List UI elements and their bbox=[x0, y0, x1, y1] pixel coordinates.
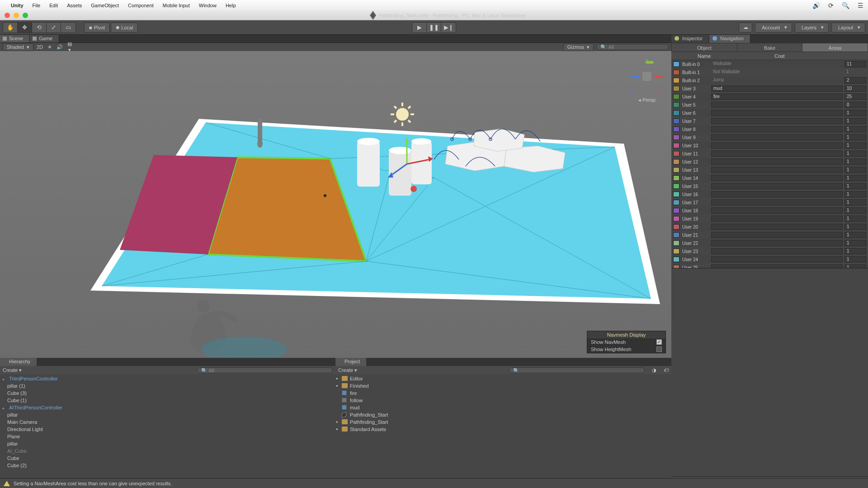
area-color-swatch[interactable] bbox=[673, 216, 679, 221]
area-cost-input[interactable]: 10 bbox=[844, 85, 866, 92]
area-name-input[interactable] bbox=[711, 102, 843, 108]
pause-button-icon[interactable]: ❚❚ bbox=[427, 23, 441, 33]
area-name-input[interactable] bbox=[711, 232, 843, 238]
play-button-icon[interactable]: ▶ bbox=[412, 23, 427, 33]
area-name-input[interactable] bbox=[711, 175, 843, 181]
scene-search-input[interactable]: 🔍 All bbox=[596, 44, 669, 50]
area-cost-input[interactable]: 1 bbox=[844, 159, 866, 165]
gizmos-dropdown[interactable]: Gizmos ▾ bbox=[563, 43, 594, 51]
rect-tool-icon[interactable]: ▭ bbox=[61, 23, 75, 33]
area-name-input[interactable] bbox=[711, 207, 843, 214]
area-color-swatch[interactable] bbox=[673, 232, 679, 238]
area-cost-input[interactable]: 1 bbox=[844, 69, 866, 75]
tab-game[interactable]: Game bbox=[30, 35, 59, 42]
move-tool-icon[interactable]: ✥ bbox=[18, 23, 32, 33]
area-color-swatch[interactable] bbox=[673, 183, 679, 189]
project-item[interactable]: mud bbox=[340, 404, 671, 411]
scene-viewport[interactable]: y zx ◂ Persp Navmesh Display Show NavMes… bbox=[0, 51, 671, 358]
menu-gameobject[interactable]: GameObject bbox=[91, 3, 119, 8]
show-navmesh-checkbox[interactable]: ✓ bbox=[656, 339, 662, 345]
area-name-input[interactable] bbox=[711, 126, 843, 132]
menu-component[interactable]: Component bbox=[128, 3, 154, 8]
area-color-swatch[interactable] bbox=[673, 192, 679, 197]
menu-file[interactable]: File bbox=[33, 3, 41, 8]
area-color-swatch[interactable] bbox=[673, 151, 679, 156]
area-color-swatch[interactable] bbox=[673, 167, 679, 173]
area-color-swatch[interactable] bbox=[673, 61, 679, 67]
area-color-swatch[interactable] bbox=[673, 102, 679, 108]
area-color-swatch[interactable] bbox=[673, 240, 679, 246]
project-list[interactable]: EditorFinishedfirefollowmudPathfinding_S… bbox=[335, 374, 671, 478]
orientation-gizmo[interactable]: y zx ◂ Persp bbox=[629, 57, 665, 103]
nav-areas-tab[interactable]: Areas bbox=[802, 43, 868, 52]
area-name-input[interactable] bbox=[711, 159, 843, 165]
area-color-swatch[interactable] bbox=[673, 159, 679, 164]
hierarchy-item[interactable]: Cube (3) bbox=[0, 389, 335, 397]
area-name-input[interactable] bbox=[711, 110, 843, 116]
area-name-input[interactable]: fire bbox=[711, 94, 843, 100]
hierarchy-item[interactable]: pillar bbox=[0, 440, 335, 447]
menu-app[interactable]: Unity bbox=[11, 3, 24, 8]
area-name-input[interactable] bbox=[711, 183, 843, 189]
area-name-input[interactable] bbox=[711, 224, 843, 230]
area-color-swatch[interactable] bbox=[673, 135, 679, 140]
area-cost-input[interactable]: 1 bbox=[844, 199, 866, 206]
area-cost-input[interactable]: 1 bbox=[844, 232, 866, 238]
account-dropdown[interactable]: Account ▾ bbox=[755, 23, 792, 33]
area-cost-input[interactable]: 1 bbox=[844, 134, 866, 141]
area-cost-input[interactable]: 25 bbox=[844, 94, 866, 100]
layers-dropdown[interactable]: Layers ▾ bbox=[795, 23, 829, 33]
project-item[interactable]: fire bbox=[340, 389, 671, 397]
area-name-input[interactable]: mud bbox=[711, 85, 843, 92]
area-cost-input[interactable]: 1 bbox=[844, 216, 866, 222]
area-name-input[interactable] bbox=[711, 191, 843, 197]
scale-tool-icon[interactable]: ⤢ bbox=[47, 23, 61, 33]
area-name-input[interactable] bbox=[711, 240, 843, 246]
area-cost-input[interactable]: 1 bbox=[844, 175, 866, 181]
area-name-input[interactable] bbox=[711, 118, 843, 124]
area-cost-input[interactable]: 1 bbox=[844, 167, 866, 173]
area-color-swatch[interactable] bbox=[673, 175, 679, 181]
area-cost-input[interactable]: 1 bbox=[844, 191, 866, 197]
hierarchy-item[interactable]: pillar bbox=[0, 411, 335, 418]
area-name-input[interactable] bbox=[711, 150, 843, 157]
tab-navigation[interactable]: Navigation bbox=[709, 35, 750, 43]
area-name-input[interactable] bbox=[711, 167, 843, 173]
area-name-input[interactable] bbox=[711, 142, 843, 149]
search-icon[interactable]: 🔍 bbox=[842, 2, 849, 9]
area-cost-input[interactable]: 2 bbox=[844, 77, 866, 84]
area-color-swatch[interactable] bbox=[673, 224, 679, 230]
menu-assets[interactable]: Assets bbox=[67, 3, 82, 8]
area-color-swatch[interactable] bbox=[673, 265, 679, 268]
hierarchy-item[interactable]: Directional Light bbox=[0, 426, 335, 433]
area-color-swatch[interactable] bbox=[673, 110, 679, 116]
area-cost-input[interactable]: 1 bbox=[844, 118, 866, 124]
tab-inspector[interactable]: Inspector bbox=[671, 35, 709, 43]
area-cost-input[interactable]: 0 bbox=[844, 102, 866, 108]
area-color-swatch[interactable] bbox=[673, 208, 679, 213]
nav-object-tab[interactable]: Object bbox=[671, 43, 737, 52]
toggle-light-icon[interactable]: ☀ bbox=[46, 44, 53, 50]
area-cost-input[interactable]: 1 bbox=[844, 150, 866, 157]
area-color-swatch[interactable] bbox=[673, 86, 679, 91]
hierarchy-item[interactable]: AI_Cube bbox=[0, 447, 335, 455]
area-name-input[interactable] bbox=[711, 199, 843, 206]
project-item[interactable]: Finished bbox=[340, 382, 671, 389]
pivot-toggle[interactable]: ■ Pivot bbox=[84, 23, 110, 33]
step-button-icon[interactable]: ▶❙ bbox=[441, 23, 456, 33]
area-color-swatch[interactable] bbox=[673, 94, 679, 99]
hierarchy-create[interactable]: Create ▾ bbox=[3, 367, 22, 373]
hierarchy-item[interactable]: Cube (2) bbox=[0, 462, 335, 469]
area-color-swatch[interactable] bbox=[673, 118, 679, 124]
area-color-swatch[interactable] bbox=[673, 70, 679, 75]
project-label-icon[interactable]: 🏷 bbox=[664, 367, 669, 373]
toggle-2d[interactable]: 2D bbox=[36, 44, 43, 50]
menu-window[interactable]: Window bbox=[199, 3, 217, 8]
menu-edit[interactable]: Edit bbox=[49, 3, 58, 8]
menu-help[interactable]: Help bbox=[226, 3, 236, 8]
local-toggle[interactable]: ◆ Local bbox=[111, 23, 138, 33]
show-heightmesh-checkbox[interactable]: ✓ bbox=[656, 347, 662, 352]
area-cost-input[interactable]: 1 bbox=[844, 248, 866, 254]
area-color-swatch[interactable] bbox=[673, 78, 679, 83]
close-window-icon[interactable] bbox=[5, 13, 10, 18]
